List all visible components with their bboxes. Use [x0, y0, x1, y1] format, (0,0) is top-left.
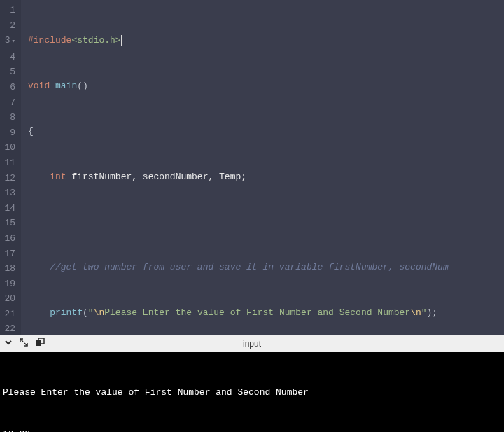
line-number: 13	[3, 186, 15, 201]
line-number: 1	[3, 3, 15, 18]
line-number: 10	[3, 140, 15, 155]
line-number: 2	[3, 18, 15, 34]
line-number: 6	[3, 80, 15, 95]
line-number-gutter: 1 2 3▾ 4 5 6 7 8 9 10 11 12 13 14 15 16 …	[0, 0, 21, 335]
line-number: 15	[3, 216, 15, 231]
line-number: 3▾	[3, 33, 15, 50]
line-number: 17	[3, 246, 15, 262]
line-number: 4	[3, 50, 15, 65]
line-number: 18	[3, 261, 15, 277]
code-line: void main()	[28, 78, 504, 94]
chevron-down-icon[interactable]	[4, 338, 13, 349]
code-line: #include<stdio.h>	[28, 33, 504, 48]
line-number: 7	[3, 95, 15, 111]
line-number: 12	[3, 171, 15, 186]
line-number: 21	[3, 307, 15, 322]
code-editor: 1 2 3▾ 4 5 6 7 8 9 10 11 12 13 14 15 16 …	[0, 0, 504, 335]
terminal-line: Please Enter the value of First Number a…	[3, 386, 501, 400]
code-line	[28, 214, 504, 230]
line-number: 5	[3, 64, 15, 80]
terminal-tab-label[interactable]: input	[243, 339, 261, 349]
code-area[interactable]: #include<stdio.h> void main() { int firs…	[21, 0, 504, 335]
line-number: 11	[3, 155, 15, 171]
popup-icon[interactable]	[35, 338, 45, 349]
line-number: 16	[3, 231, 15, 246]
terminal-line: 10 20	[3, 428, 501, 432]
code-line: {	[28, 124, 504, 139]
line-number: 8	[3, 110, 15, 125]
expand-icon[interactable]	[20, 338, 28, 349]
code-line: int firstNumber, secondNumber, Temp;	[28, 169, 504, 185]
line-number: 22	[3, 321, 15, 335]
line-number: 20	[3, 291, 15, 307]
code-line: //get two number from user and save it i…	[28, 260, 504, 275]
line-number: 19	[3, 277, 15, 292]
fold-marker-icon[interactable]: ▾	[12, 38, 15, 45]
line-number: 9	[3, 125, 15, 141]
terminal-output[interactable]: Please Enter the value of First Number a…	[0, 352, 504, 432]
terminal-toolbar: input	[0, 335, 504, 352]
line-number: 14	[3, 201, 15, 216]
code-line: printf("\nPlease Enter the value of Firs…	[28, 305, 504, 321]
